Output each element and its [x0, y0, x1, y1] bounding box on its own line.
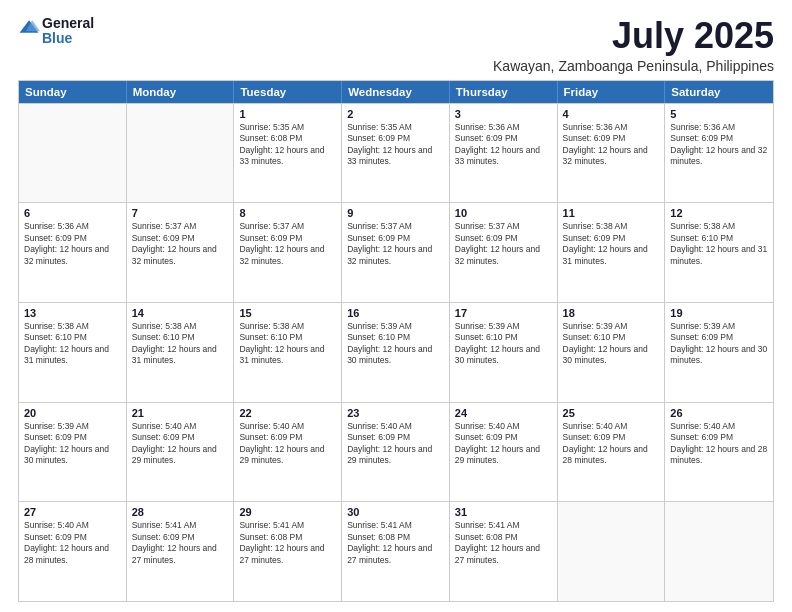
day-number: 8 — [239, 207, 336, 219]
day-info: Sunrise: 5:39 AM Sunset: 6:09 PM Dayligh… — [670, 321, 768, 367]
day-info: Sunrise: 5:40 AM Sunset: 6:09 PM Dayligh… — [132, 421, 229, 467]
calendar: SundayMondayTuesdayWednesdayThursdayFrid… — [18, 80, 774, 602]
day-number: 17 — [455, 307, 552, 319]
cal-cell: 16Sunrise: 5:39 AM Sunset: 6:10 PM Dayli… — [342, 303, 450, 402]
cal-cell: 14Sunrise: 5:38 AM Sunset: 6:10 PM Dayli… — [127, 303, 235, 402]
day-number: 19 — [670, 307, 768, 319]
header-day-friday: Friday — [558, 81, 666, 103]
day-number: 26 — [670, 407, 768, 419]
cal-cell: 6Sunrise: 5:36 AM Sunset: 6:09 PM Daylig… — [19, 203, 127, 302]
day-info: Sunrise: 5:36 AM Sunset: 6:09 PM Dayligh… — [24, 221, 121, 267]
cal-cell: 25Sunrise: 5:40 AM Sunset: 6:09 PM Dayli… — [558, 403, 666, 502]
cal-cell: 13Sunrise: 5:38 AM Sunset: 6:10 PM Dayli… — [19, 303, 127, 402]
cal-cell — [19, 104, 127, 203]
day-info: Sunrise: 5:38 AM Sunset: 6:10 PM Dayligh… — [132, 321, 229, 367]
day-number: 11 — [563, 207, 660, 219]
day-number: 5 — [670, 108, 768, 120]
day-info: Sunrise: 5:37 AM Sunset: 6:09 PM Dayligh… — [239, 221, 336, 267]
cal-cell: 26Sunrise: 5:40 AM Sunset: 6:09 PM Dayli… — [665, 403, 773, 502]
day-number: 16 — [347, 307, 444, 319]
cal-cell: 29Sunrise: 5:41 AM Sunset: 6:08 PM Dayli… — [234, 502, 342, 601]
day-number: 18 — [563, 307, 660, 319]
cal-cell: 3Sunrise: 5:36 AM Sunset: 6:09 PM Daylig… — [450, 104, 558, 203]
day-info: Sunrise: 5:41 AM Sunset: 6:08 PM Dayligh… — [347, 520, 444, 566]
logo-line1: General — [42, 16, 94, 31]
header: General Blue July 2025 Kawayan, Zamboang… — [18, 16, 774, 74]
cal-cell: 1Sunrise: 5:35 AM Sunset: 6:08 PM Daylig… — [234, 104, 342, 203]
day-number: 31 — [455, 506, 552, 518]
day-info: Sunrise: 5:38 AM Sunset: 6:10 PM Dayligh… — [24, 321, 121, 367]
header-day-tuesday: Tuesday — [234, 81, 342, 103]
subtitle: Kawayan, Zamboanga Peninsula, Philippine… — [493, 58, 774, 74]
day-number: 6 — [24, 207, 121, 219]
day-info: Sunrise: 5:36 AM Sunset: 6:09 PM Dayligh… — [563, 122, 660, 168]
cal-cell: 15Sunrise: 5:38 AM Sunset: 6:10 PM Dayli… — [234, 303, 342, 402]
page: General Blue July 2025 Kawayan, Zamboang… — [0, 0, 792, 612]
day-number: 24 — [455, 407, 552, 419]
day-info: Sunrise: 5:37 AM Sunset: 6:09 PM Dayligh… — [347, 221, 444, 267]
cal-cell: 17Sunrise: 5:39 AM Sunset: 6:10 PM Dayli… — [450, 303, 558, 402]
cal-cell: 2Sunrise: 5:35 AM Sunset: 6:09 PM Daylig… — [342, 104, 450, 203]
day-number: 2 — [347, 108, 444, 120]
cal-cell: 4Sunrise: 5:36 AM Sunset: 6:09 PM Daylig… — [558, 104, 666, 203]
logo-icon — [18, 17, 40, 39]
day-number: 30 — [347, 506, 444, 518]
day-number: 10 — [455, 207, 552, 219]
day-info: Sunrise: 5:39 AM Sunset: 6:10 PM Dayligh… — [347, 321, 444, 367]
week-row-5: 27Sunrise: 5:40 AM Sunset: 6:09 PM Dayli… — [19, 501, 773, 601]
day-number: 27 — [24, 506, 121, 518]
cal-cell: 7Sunrise: 5:37 AM Sunset: 6:09 PM Daylig… — [127, 203, 235, 302]
day-number: 25 — [563, 407, 660, 419]
cal-cell — [127, 104, 235, 203]
day-info: Sunrise: 5:40 AM Sunset: 6:09 PM Dayligh… — [239, 421, 336, 467]
day-number: 22 — [239, 407, 336, 419]
day-info: Sunrise: 5:39 AM Sunset: 6:09 PM Dayligh… — [24, 421, 121, 467]
cal-cell — [665, 502, 773, 601]
day-info: Sunrise: 5:38 AM Sunset: 6:10 PM Dayligh… — [239, 321, 336, 367]
day-info: Sunrise: 5:40 AM Sunset: 6:09 PM Dayligh… — [347, 421, 444, 467]
day-info: Sunrise: 5:39 AM Sunset: 6:10 PM Dayligh… — [563, 321, 660, 367]
week-row-2: 6Sunrise: 5:36 AM Sunset: 6:09 PM Daylig… — [19, 202, 773, 302]
week-row-1: 1Sunrise: 5:35 AM Sunset: 6:08 PM Daylig… — [19, 103, 773, 203]
day-info: Sunrise: 5:39 AM Sunset: 6:10 PM Dayligh… — [455, 321, 552, 367]
day-info: Sunrise: 5:37 AM Sunset: 6:09 PM Dayligh… — [132, 221, 229, 267]
cal-cell: 27Sunrise: 5:40 AM Sunset: 6:09 PM Dayli… — [19, 502, 127, 601]
cal-cell: 31Sunrise: 5:41 AM Sunset: 6:08 PM Dayli… — [450, 502, 558, 601]
day-info: Sunrise: 5:40 AM Sunset: 6:09 PM Dayligh… — [563, 421, 660, 467]
cal-cell: 10Sunrise: 5:37 AM Sunset: 6:09 PM Dayli… — [450, 203, 558, 302]
day-info: Sunrise: 5:36 AM Sunset: 6:09 PM Dayligh… — [455, 122, 552, 168]
cal-cell: 8Sunrise: 5:37 AM Sunset: 6:09 PM Daylig… — [234, 203, 342, 302]
main-title: July 2025 — [493, 16, 774, 56]
cal-cell: 5Sunrise: 5:36 AM Sunset: 6:09 PM Daylig… — [665, 104, 773, 203]
day-number: 21 — [132, 407, 229, 419]
title-block: July 2025 Kawayan, Zamboanga Peninsula, … — [493, 16, 774, 74]
logo: General Blue — [18, 16, 94, 47]
week-row-4: 20Sunrise: 5:39 AM Sunset: 6:09 PM Dayli… — [19, 402, 773, 502]
day-info: Sunrise: 5:38 AM Sunset: 6:09 PM Dayligh… — [563, 221, 660, 267]
day-info: Sunrise: 5:35 AM Sunset: 6:09 PM Dayligh… — [347, 122, 444, 168]
cal-cell: 12Sunrise: 5:38 AM Sunset: 6:10 PM Dayli… — [665, 203, 773, 302]
day-info: Sunrise: 5:40 AM Sunset: 6:09 PM Dayligh… — [670, 421, 768, 467]
week-row-3: 13Sunrise: 5:38 AM Sunset: 6:10 PM Dayli… — [19, 302, 773, 402]
day-info: Sunrise: 5:40 AM Sunset: 6:09 PM Dayligh… — [455, 421, 552, 467]
day-info: Sunrise: 5:41 AM Sunset: 6:08 PM Dayligh… — [239, 520, 336, 566]
cal-cell: 19Sunrise: 5:39 AM Sunset: 6:09 PM Dayli… — [665, 303, 773, 402]
cal-cell: 23Sunrise: 5:40 AM Sunset: 6:09 PM Dayli… — [342, 403, 450, 502]
day-number: 3 — [455, 108, 552, 120]
day-number: 29 — [239, 506, 336, 518]
calendar-header: SundayMondayTuesdayWednesdayThursdayFrid… — [19, 81, 773, 103]
day-info: Sunrise: 5:41 AM Sunset: 6:09 PM Dayligh… — [132, 520, 229, 566]
day-number: 9 — [347, 207, 444, 219]
day-info: Sunrise: 5:36 AM Sunset: 6:09 PM Dayligh… — [670, 122, 768, 168]
header-day-wednesday: Wednesday — [342, 81, 450, 103]
day-info: Sunrise: 5:40 AM Sunset: 6:09 PM Dayligh… — [24, 520, 121, 566]
logo-line2: Blue — [42, 31, 94, 46]
header-day-saturday: Saturday — [665, 81, 773, 103]
header-day-thursday: Thursday — [450, 81, 558, 103]
day-info: Sunrise: 5:41 AM Sunset: 6:08 PM Dayligh… — [455, 520, 552, 566]
day-number: 20 — [24, 407, 121, 419]
cal-cell: 20Sunrise: 5:39 AM Sunset: 6:09 PM Dayli… — [19, 403, 127, 502]
day-number: 15 — [239, 307, 336, 319]
day-info: Sunrise: 5:37 AM Sunset: 6:09 PM Dayligh… — [455, 221, 552, 267]
day-number: 4 — [563, 108, 660, 120]
